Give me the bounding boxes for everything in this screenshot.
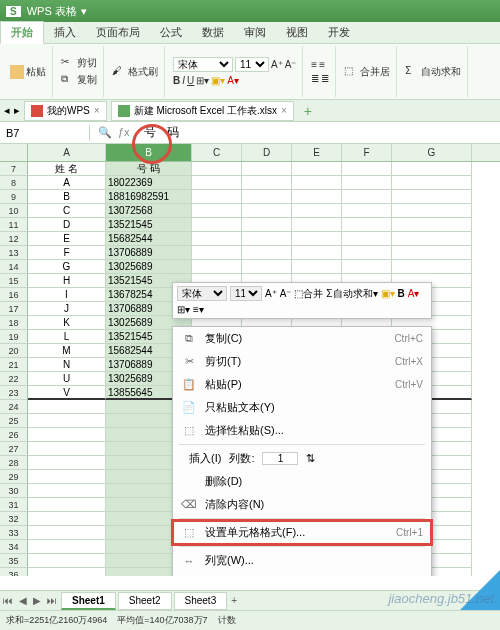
cell[interactable] [192, 190, 242, 204]
row-header[interactable]: 10 [0, 204, 28, 218]
cell[interactable]: I [28, 288, 106, 302]
cell[interactable]: 18816982591 [106, 190, 192, 204]
font-select[interactable]: 宋体 [173, 57, 233, 72]
cell[interactable]: V [28, 386, 106, 400]
cell[interactable] [28, 512, 106, 526]
cell[interactable] [292, 190, 342, 204]
cell[interactable] [192, 246, 242, 260]
align-icon[interactable]: ≣ [311, 73, 319, 84]
cell[interactable] [392, 218, 472, 232]
row-header[interactable]: 17 [0, 302, 28, 316]
cell[interactable] [28, 484, 106, 498]
ctx-col-width[interactable]: ↔列宽(W)... [173, 549, 431, 572]
fx-icon[interactable]: ƒx [118, 126, 130, 139]
mini-merge-button[interactable]: ⬚合并 [294, 287, 323, 301]
insert-cols-input[interactable] [262, 452, 298, 465]
doc-tab-file[interactable]: 新建 Microsoft Excel 工作表.xlsx× [111, 101, 294, 121]
mini-autosum-button[interactable]: Σ自动求和▾ [326, 287, 377, 301]
cell[interactable] [292, 204, 342, 218]
ctx-paste[interactable]: 📋粘贴(P)Ctrl+V [173, 373, 431, 396]
cell[interactable] [342, 218, 392, 232]
cell[interactable] [242, 246, 292, 260]
row-header[interactable]: 31 [0, 498, 28, 512]
cell[interactable] [28, 470, 106, 484]
cell[interactable]: 号 码 [106, 162, 192, 176]
cell[interactable] [292, 176, 342, 190]
autosum-button[interactable]: Σ自动求和 [403, 64, 463, 80]
cell[interactable] [28, 568, 106, 576]
ribbon-tab-0[interactable]: 开始 [0, 21, 44, 44]
underline-button[interactable]: U [187, 75, 194, 86]
row-header[interactable]: 23 [0, 386, 28, 400]
cell[interactable] [342, 176, 392, 190]
cell[interactable] [192, 232, 242, 246]
font-color-button[interactable]: A▾ [227, 75, 239, 86]
row-header[interactable]: 16 [0, 288, 28, 302]
ctx-paste-text[interactable]: 📄只粘贴文本(Y) [173, 396, 431, 419]
cell[interactable] [242, 204, 292, 218]
cell[interactable] [242, 232, 292, 246]
cell[interactable] [192, 176, 242, 190]
paste-button[interactable]: 粘贴 [8, 64, 48, 80]
ribbon-tab-1[interactable]: 插入 [44, 22, 86, 43]
cell[interactable] [392, 232, 472, 246]
format-painter-button[interactable]: 🖌格式刷 [110, 64, 160, 80]
row-header[interactable]: 29 [0, 470, 28, 484]
row-header[interactable]: 13 [0, 246, 28, 260]
cell[interactable] [192, 204, 242, 218]
cell[interactable]: D [28, 218, 106, 232]
cell[interactable] [192, 162, 242, 176]
row-header[interactable]: 12 [0, 232, 28, 246]
sheet-tab-Sheet1[interactable]: Sheet1 [61, 592, 116, 610]
formula-input[interactable]: 号 码 [138, 122, 500, 143]
row-header[interactable]: 20 [0, 344, 28, 358]
ribbon-tab-6[interactable]: 视图 [276, 22, 318, 43]
row-header[interactable]: 28 [0, 456, 28, 470]
mini-decrease-font-icon[interactable]: A⁻ [280, 288, 292, 299]
cell[interactable]: A [28, 176, 106, 190]
decrease-font-icon[interactable]: A⁻ [285, 59, 297, 70]
ctx-delete[interactable]: 删除(D) [173, 470, 431, 493]
font-size-select[interactable]: 11 [235, 57, 269, 72]
ctx-clear[interactable]: ⌫清除内容(N) [173, 493, 431, 516]
cell[interactable] [242, 162, 292, 176]
cell[interactable]: L [28, 330, 106, 344]
sheet-tab-Sheet3[interactable]: Sheet3 [174, 592, 228, 610]
cut-button[interactable]: ✂剪切 [59, 55, 99, 71]
row-header[interactable]: 15 [0, 274, 28, 288]
row-header[interactable]: 24 [0, 400, 28, 414]
cell[interactable] [392, 260, 472, 274]
cell[interactable] [28, 400, 106, 414]
cell[interactable] [28, 428, 106, 442]
sheet-nav-next-icon[interactable]: ▶ [30, 595, 44, 606]
ribbon-tab-3[interactable]: 公式 [150, 22, 192, 43]
bold-button[interactable]: B [173, 75, 180, 86]
col-header-A[interactable]: A [28, 144, 106, 161]
mini-bold-button[interactable]: B [398, 288, 405, 299]
row-header[interactable]: 27 [0, 442, 28, 456]
row-header[interactable]: 8 [0, 176, 28, 190]
row-header[interactable]: 21 [0, 358, 28, 372]
cell[interactable]: 18022369 [106, 176, 192, 190]
cell[interactable] [342, 162, 392, 176]
ribbon-tab-2[interactable]: 页面布局 [86, 22, 150, 43]
cell[interactable]: F [28, 246, 106, 260]
row-header[interactable]: 11 [0, 218, 28, 232]
spinner-icon[interactable]: ⇅ [306, 452, 315, 465]
row-header[interactable]: 32 [0, 512, 28, 526]
cell[interactable] [342, 232, 392, 246]
mini-font-color-icon[interactable]: A▾ [408, 288, 420, 299]
cell[interactable]: 姓 名 [28, 162, 106, 176]
col-header-D[interactable]: D [242, 144, 292, 161]
ctx-cut[interactable]: ✂剪切(T)Ctrl+X [173, 350, 431, 373]
cell[interactable]: H [28, 274, 106, 288]
col-header-B[interactable]: B [106, 144, 192, 161]
sheet-nav-first-icon[interactable]: ⏮ [0, 595, 16, 606]
mini-increase-font-icon[interactable]: A⁺ [265, 288, 277, 299]
cell[interactable]: 13521545 [106, 218, 192, 232]
cell[interactable] [28, 456, 106, 470]
copy-button[interactable]: ⧉复制 [59, 72, 99, 88]
cell[interactable]: 13025689 [106, 260, 192, 274]
row-header[interactable]: 26 [0, 428, 28, 442]
cell[interactable]: K [28, 316, 106, 330]
